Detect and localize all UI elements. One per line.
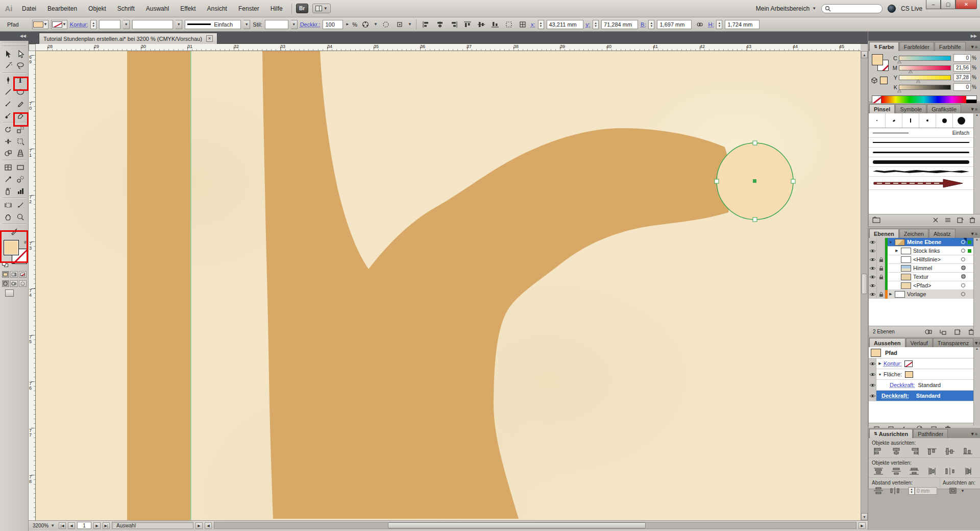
visibility-toggle[interactable]: [869, 391, 876, 401]
spectrum-ramp[interactable]: [881, 96, 966, 103]
lock-toggle[interactable]: [877, 264, 885, 273]
tab-ebenen[interactable]: Ebenen: [869, 229, 899, 238]
align-to-selection-button[interactable]: [947, 487, 959, 495]
align-bottom-button[interactable]: [962, 447, 973, 455]
vertical-ruler[interactable]: 69 70 71 72 73 74 75 76 77 78: [29, 51, 36, 520]
vertical-scroll-thumb[interactable]: [862, 274, 867, 294]
layer-name[interactable]: <Hilfslinie>: [913, 256, 960, 262]
tab-aussehen[interactable]: Aussehen: [869, 338, 905, 347]
shape-builder-tool[interactable]: [2, 147, 14, 159]
none-color-swatch[interactable]: [872, 96, 881, 103]
menu-schrift[interactable]: Schrift: [113, 4, 139, 14]
free-transform-icon[interactable]: [503, 19, 514, 30]
live-paint-tool[interactable]: [8, 225, 20, 237]
eraser-tool[interactable]: [14, 109, 27, 121]
new-layer-icon[interactable]: [952, 328, 962, 335]
distribute-right-button[interactable]: [962, 467, 973, 475]
last-artboard-button[interactable]: ▶|: [103, 522, 110, 529]
blend-tool[interactable]: [14, 173, 27, 185]
draw-inside-button[interactable]: [19, 280, 27, 287]
layer-thumbnail[interactable]: [901, 265, 911, 272]
expand-icon[interactable]: ▶: [894, 249, 900, 253]
align-left-button[interactable]: [873, 447, 884, 455]
tab-verlauf[interactable]: Verlauf: [906, 338, 933, 347]
height-link[interactable]: H:: [708, 21, 714, 28]
layer-name[interactable]: Himmel: [913, 265, 960, 271]
visibility-toggle[interactable]: [869, 247, 877, 255]
lock-toggle[interactable]: [877, 255, 885, 264]
appearance-row-object-opacity[interactable]: Deckkraft: Standard: [869, 391, 973, 401]
layer-thumbnail[interactable]: [901, 256, 911, 263]
anchor-point-right[interactable]: [791, 179, 795, 183]
visibility-toggle[interactable]: [869, 281, 877, 290]
x-coordinate-field[interactable]: 43,211 mm: [547, 20, 583, 29]
spacing-value-field[interactable]: 0 mm: [915, 487, 937, 495]
tab-close-icon[interactable]: ✕: [206, 35, 213, 42]
stroke-weight-link[interactable]: Kontur:: [70, 21, 88, 28]
opacity-link[interactable]: Deckkraft:: [890, 382, 915, 388]
magenta-slider-handle[interactable]: [909, 70, 913, 74]
selection-tool[interactable]: [2, 48, 14, 60]
align-hcenter-button[interactable]: [891, 447, 902, 455]
close-button[interactable]: ✕: [955, 0, 977, 9]
opacity-field[interactable]: 100: [323, 20, 343, 29]
brush-item-charcoal[interactable]: [869, 167, 973, 177]
distribute-left-button[interactable]: [926, 467, 938, 475]
toolbar-grip[interactable]: [2, 42, 26, 46]
artboard-number-field[interactable]: 1: [77, 522, 91, 529]
appearance-row-fill[interactable]: ▼ Fläche:: [869, 369, 973, 380]
column-graph-tool[interactable]: [14, 185, 27, 197]
chevron-down-icon[interactable]: ▼: [374, 22, 378, 27]
tab-farbfelder[interactable]: Farbfelder: [899, 42, 934, 51]
x-stepper[interactable]: ▲▼: [538, 20, 544, 29]
paintbrush-tool[interactable]: [2, 98, 14, 109]
width-tool[interactable]: [2, 135, 14, 147]
free-transform-tool[interactable]: [14, 135, 27, 147]
tab-pinsel[interactable]: Pinsel: [869, 104, 895, 113]
stroke-link[interactable]: Kontur:: [884, 360, 901, 367]
lock-toggle[interactable]: [877, 273, 885, 281]
default-fill-stroke-icon[interactable]: [2, 262, 9, 268]
cs-live-button[interactable]: CS Live ▼: [901, 5, 929, 12]
target-icon[interactable]: [960, 291, 967, 297]
menu-auswahl[interactable]: Auswahl: [141, 4, 174, 14]
visibility-toggle[interactable]: [869, 358, 876, 369]
expand-icon[interactable]: ▼: [888, 240, 894, 244]
layer-thumbnail[interactable]: [901, 274, 911, 280]
layer-thumbnail[interactable]: [895, 239, 905, 246]
y-stepper[interactable]: ▲▼: [593, 20, 599, 29]
layer-name[interactable]: Vorlage: [907, 291, 960, 297]
align-right-button[interactable]: [448, 19, 459, 30]
visibility-toggle[interactable]: [869, 380, 876, 391]
pen-tool[interactable]: [2, 74, 14, 86]
horizontal-scrollbar[interactable]: [214, 522, 856, 529]
brush-item[interactable]: [902, 113, 919, 128]
new-brush-icon[interactable]: [955, 216, 965, 224]
panel-menu-icon[interactable]: ▼≡: [970, 44, 980, 51]
tab-symbole[interactable]: Symbole: [895, 104, 926, 113]
width-field[interactable]: 1,697 mm: [657, 20, 692, 29]
layer-row-textur[interactable]: Textur: [869, 273, 973, 281]
width-profile-dropdown[interactable]: [132, 20, 173, 29]
target-icon[interactable]: [960, 282, 967, 288]
lock-toggle[interactable]: [877, 281, 885, 290]
align-left-button[interactable]: [421, 19, 432, 30]
appearance-scrollbar[interactable]: ▲: [973, 347, 980, 426]
white-black-swatches[interactable]: [966, 96, 976, 103]
scroll-left-icon[interactable]: ◀: [205, 522, 212, 529]
gradient-tool[interactable]: [14, 161, 27, 173]
chevron-right-icon[interactable]: ▼: [346, 22, 350, 27]
maximize-button[interactable]: ▢: [941, 0, 955, 9]
out-of-web-color-icon[interactable]: [871, 77, 878, 84]
anchor-point-bottom[interactable]: [753, 218, 757, 222]
pencil-tool[interactable]: [14, 98, 27, 109]
distribute-vcenter-button[interactable]: [891, 467, 902, 475]
y-coordinate-field[interactable]: 71,284 mm: [601, 20, 638, 29]
lock-toggle[interactable]: [877, 290, 885, 299]
spacing-stepper[interactable]: ▲▼: [909, 487, 915, 495]
align-middle-button[interactable]: [476, 19, 487, 30]
x-coordinate-link[interactable]: x:: [531, 21, 535, 28]
slice-tool[interactable]: [14, 199, 27, 211]
layer-name[interactable]: Stock links: [913, 248, 960, 254]
panel-menu-icon[interactable]: ▼≡: [970, 107, 980, 113]
